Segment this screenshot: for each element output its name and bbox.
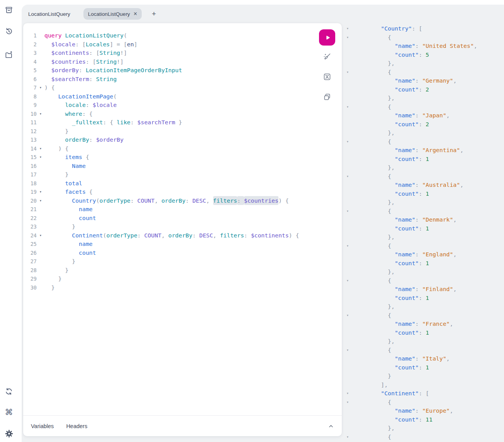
fold-arrow-icon[interactable]: ▾: [342, 68, 353, 77]
fold-arrow-icon[interactable]: ▾: [37, 153, 44, 162]
execute-query-button[interactable]: [319, 29, 335, 46]
line-number: 5: [23, 66, 37, 75]
fold-arrow-icon[interactable]: ▾: [342, 276, 353, 285]
fold-arrow-icon[interactable]: ▾: [342, 433, 353, 442]
code-line[interactable]: 3 $continents: [String!]: [23, 49, 342, 58]
fold-spacer: [37, 31, 44, 40]
copy-query-icon[interactable]: [322, 92, 332, 102]
code-text: }: [44, 266, 68, 275]
refetch-schema-icon[interactable]: [4, 387, 14, 396]
fold-arrow-icon[interactable]: ▾: [37, 231, 44, 240]
code-line[interactable]: 13 orderBy: $orderBy: [23, 135, 342, 144]
fold-spacer: [342, 181, 353, 190]
tab-location-list-query-1[interactable]: LocationListQuery: [24, 8, 75, 20]
fold-arrow-icon[interactable]: ▾: [37, 110, 44, 119]
response-text: },: [353, 337, 395, 346]
code-line[interactable]: 6 $searchTerm: String: [23, 75, 342, 84]
fold-arrow-icon[interactable]: ▾: [342, 311, 353, 320]
code-line[interactable]: 15▾ items {: [23, 153, 342, 162]
code-text: }: [44, 283, 55, 292]
fold-arrow-icon[interactable]: ▾: [342, 389, 353, 398]
response-line: ▾ {: [342, 433, 504, 442]
response-line: ▾ {: [342, 276, 504, 285]
response-line: ],: [342, 381, 504, 390]
prettify-icon[interactable]: [322, 52, 332, 61]
code-line[interactable]: 11 _fulltext: { like: $searchTerm }: [23, 118, 342, 127]
history-icon[interactable]: [4, 27, 14, 36]
merge-fragments-icon[interactable]: [322, 72, 332, 81]
code-text: _fulltext: { like: $searchTerm }: [44, 118, 182, 127]
code-line[interactable]: 29 }: [23, 274, 342, 283]
fold-spacer: [37, 257, 44, 266]
code-line[interactable]: 5 $orderBy: LocationItemPageOrderByInput: [23, 66, 342, 75]
tab-location-list-query-2[interactable]: LocationListQuery ×: [83, 8, 142, 20]
response-line: "count": 2: [342, 120, 504, 129]
fold-arrow-icon[interactable]: ▾: [342, 24, 353, 33]
fold-arrow-icon[interactable]: ▾: [342, 33, 353, 42]
line-number: 19: [23, 188, 37, 196]
response-text: },: [353, 424, 395, 433]
fold-arrow-icon[interactable]: ▾: [342, 346, 353, 355]
fold-arrow-icon[interactable]: ▾: [37, 188, 44, 196]
fold-arrow-icon[interactable]: ▾: [342, 103, 353, 112]
code-line[interactable]: 4 $countries: [String!]: [23, 58, 342, 66]
fold-arrow-icon[interactable]: ▾: [342, 172, 353, 181]
query-editor[interactable]: 1query LocationListQuery(2 $locale: [Loc…: [23, 23, 342, 415]
code-line[interactable]: 26 count: [23, 249, 342, 257]
code-line[interactable]: 21 name: [23, 205, 342, 214]
response-line: "count": 1: [342, 294, 504, 303]
code-line[interactable]: 20▾ Country(orderType: COUNT, orderBy: D…: [23, 196, 342, 205]
code-text: locale: $locale: [44, 101, 117, 110]
add-tab-button[interactable]: +: [150, 10, 158, 18]
fold-spacer: [342, 146, 353, 155]
tab-variables[interactable]: Variables: [31, 423, 54, 429]
code-line[interactable]: 2 $locale: [Locales] = [en]: [23, 40, 342, 49]
new-collection-icon[interactable]: [4, 50, 14, 59]
code-line[interactable]: 16 Name: [23, 162, 342, 171]
fold-arrow-icon[interactable]: ▾: [37, 83, 44, 92]
fold-arrow-icon[interactable]: ▾: [342, 207, 353, 216]
response-line: "name": "Australia",: [342, 181, 504, 190]
code-line[interactable]: 19▾ facets {: [23, 188, 342, 196]
fold-arrow-icon[interactable]: ▾: [342, 398, 353, 407]
fold-spacer: [37, 205, 44, 214]
code-line[interactable]: 24▾ Continent(orderType: COUNT, orderBy:…: [23, 231, 342, 240]
fold-arrow-icon[interactable]: ▾: [37, 144, 44, 153]
line-number: 2: [23, 40, 37, 49]
fold-spacer: [342, 163, 353, 172]
response-text: {: [353, 398, 391, 407]
code-line[interactable]: 1query LocationListQuery(: [23, 31, 342, 40]
code-line[interactable]: 22 count: [23, 214, 342, 223]
code-line[interactable]: 28 }: [23, 266, 342, 275]
keyboard-shortcuts-icon[interactable]: ⌘: [4, 408, 14, 417]
code-line[interactable]: 12 }: [23, 127, 342, 136]
code-line[interactable]: 23 }: [23, 222, 342, 231]
code-line[interactable]: 14▾ ) {: [23, 144, 342, 153]
code-line[interactable]: 7▾) {: [23, 83, 342, 92]
code-line[interactable]: 10▾ where: {: [23, 110, 342, 119]
fold-spacer: [342, 111, 353, 120]
response-text: {: [353, 137, 391, 146]
collapse-editor-tools-button[interactable]: [328, 423, 334, 429]
fold-arrow-icon[interactable]: ▾: [342, 137, 353, 146]
docs-icon[interactable]: [4, 5, 14, 15]
code-line[interactable]: 17 }: [23, 170, 342, 179]
code-line[interactable]: 8 LocationItemPage(: [23, 92, 342, 101]
code-line[interactable]: 25 name: [23, 240, 342, 249]
response-line: "name": "Argentina",: [342, 146, 504, 155]
response-line: ▾ {: [342, 311, 504, 320]
response-line: },: [342, 268, 504, 276]
settings-icon[interactable]: [4, 429, 14, 438]
editor-tools-bar: Variables Headers: [23, 415, 342, 436]
code-text: orderBy: $orderBy: [44, 135, 124, 144]
code-line[interactable]: 18 total: [23, 179, 342, 188]
code-text: count: [44, 249, 96, 257]
code-line[interactable]: 30 }: [23, 283, 342, 292]
code-line[interactable]: 9 locale: $locale: [23, 101, 342, 110]
tab-headers[interactable]: Headers: [66, 423, 87, 429]
fold-arrow-icon[interactable]: ▾: [37, 196, 44, 205]
code-line[interactable]: 27 }: [23, 257, 342, 266]
code-text: Continent(orderType: COUNT, orderBy: DES…: [44, 231, 299, 240]
fold-arrow-icon[interactable]: ▾: [342, 242, 353, 251]
close-icon[interactable]: ×: [134, 11, 137, 17]
